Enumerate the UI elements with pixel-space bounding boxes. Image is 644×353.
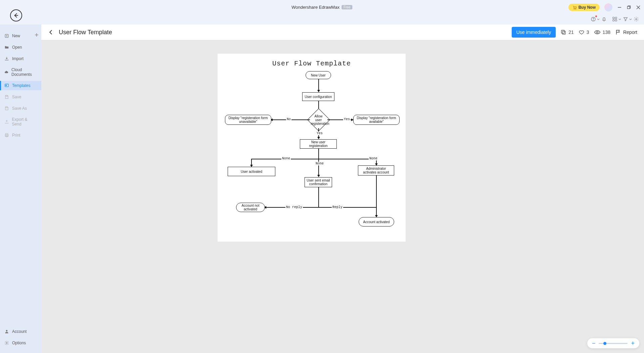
sidebar-item-saveas[interactable]: Save As: [0, 104, 41, 113]
sidebar-label: Export & Send: [12, 117, 37, 127]
label-none-r: None: [369, 157, 378, 160]
maximize-button[interactable]: [627, 5, 631, 10]
like-count-value: 3: [587, 30, 589, 35]
zoom-slider[interactable]: [599, 343, 628, 344]
cloud-icon: [4, 69, 9, 75]
notification-dot-icon: [595, 15, 597, 17]
label-reply: Reply: [332, 205, 343, 209]
svg-rect-8: [613, 17, 614, 19]
copy-count[interactable]: 21: [560, 29, 574, 35]
node-allow-reg[interactable]: Allow user registeration: [307, 108, 330, 131]
sidebar-item-export[interactable]: Export & Send: [0, 115, 41, 129]
svg-rect-24: [561, 30, 564, 33]
zoom-thumb[interactable]: [603, 342, 606, 345]
sidebar-item-new[interactable]: New: [0, 31, 41, 41]
sidebar-label: Import: [12, 56, 24, 61]
new-icon: [4, 33, 9, 39]
node-display-avail[interactable]: Display "registeration form available": [353, 115, 400, 125]
label-yes: Yes: [343, 117, 351, 121]
help-icon[interactable]: [590, 16, 596, 22]
sidebar-label: Open: [12, 45, 22, 50]
filter-icon[interactable]: [623, 16, 629, 22]
svg-rect-15: [6, 85, 7, 86]
sidebar-label: New: [12, 34, 20, 38]
buy-now-label: Buy Now: [579, 5, 596, 10]
free-badge: Free: [341, 5, 353, 9]
sidebar-item-print[interactable]: Print: [0, 131, 41, 140]
node-display-unavail[interactable]: Display "registeration form unavailable": [225, 115, 271, 125]
sidebar-item-options[interactable]: Options: [0, 338, 41, 348]
app-title: Wondershare EdrawMax: [291, 5, 339, 10]
node-user-activated[interactable]: User activated: [228, 167, 275, 176]
sidebar-label: Cloud Documents: [11, 67, 37, 77]
zoom-control: − +: [587, 338, 639, 348]
sidebar: New Open Import Cloud Documents T: [0, 24, 41, 353]
copy-count-value: 21: [568, 30, 574, 35]
shortcuts-icon[interactable]: [612, 16, 618, 22]
svg-rect-10: [613, 19, 614, 21]
svg-point-22: [6, 342, 7, 344]
sidebar-label: Print: [12, 133, 20, 138]
use-immediately-button[interactable]: Use immediately: [512, 27, 556, 38]
svg-rect-9: [615, 17, 617, 19]
report-button[interactable]: Report: [615, 29, 637, 35]
node-not-activated[interactable]: Account not activated: [236, 203, 265, 212]
import-icon: [4, 56, 9, 61]
templates-icon: [4, 83, 9, 88]
svg-rect-3: [628, 6, 630, 9]
gear-icon: [4, 340, 9, 346]
sidebar-label: Save: [12, 95, 21, 99]
svg-point-7: [593, 20, 593, 20]
label-noreply: No reply: [285, 205, 303, 209]
report-label: Report: [623, 30, 637, 35]
sidebar-item-cloud[interactable]: Cloud Documents: [0, 65, 41, 79]
saveas-icon: [4, 106, 9, 111]
minimize-button[interactable]: [617, 5, 622, 10]
view-count-value: 138: [603, 30, 610, 35]
view-count: 138: [594, 29, 610, 36]
canvas[interactable]: User Flow Template New User User configu…: [41, 40, 644, 353]
diagram[interactable]: User Flow Template New User User configu…: [218, 54, 406, 242]
buy-now-button[interactable]: Buy Now: [568, 4, 600, 11]
sidebar-label: Options: [12, 341, 26, 345]
sidebar-item-import[interactable]: Import: [0, 54, 41, 63]
sidebar-item-save[interactable]: Save: [0, 92, 41, 102]
like-count[interactable]: 3: [579, 29, 589, 35]
bell-icon[interactable]: [601, 16, 607, 22]
label-yes2: Yes: [316, 132, 323, 135]
sidebar-label: Templates: [12, 83, 31, 88]
back-button[interactable]: [10, 9, 22, 21]
sidebar-label: Account: [12, 329, 27, 334]
svg-rect-23: [562, 31, 565, 34]
node-admin-activates[interactable]: Administrator activates account: [358, 165, 394, 175]
folder-icon: [4, 45, 9, 50]
svg-rect-17: [6, 107, 8, 108]
use-label: Use immediately: [516, 30, 551, 35]
add-icon[interactable]: [35, 33, 39, 37]
sidebar-item-templates[interactable]: Templates: [0, 81, 41, 90]
node-email-conf[interactable]: User sent email confirmation: [305, 177, 332, 187]
svg-point-25: [596, 32, 598, 33]
svg-rect-11: [615, 19, 617, 21]
header-back-button[interactable]: [48, 29, 54, 35]
avatar[interactable]: [604, 3, 612, 11]
label-none-c: None: [315, 162, 324, 165]
node-new-reg[interactable]: New user registeration: [300, 139, 337, 149]
zoom-in-button[interactable]: +: [631, 340, 635, 346]
sidebar-item-account[interactable]: Account: [0, 327, 41, 336]
svg-point-21: [6, 330, 8, 332]
svg-point-1: [576, 9, 576, 9]
print-icon: [4, 133, 9, 138]
page-title: User Flow Template: [59, 29, 112, 36]
sidebar-item-open[interactable]: Open: [0, 43, 41, 52]
node-activated[interactable]: Account activated: [359, 217, 394, 226]
node-user-config[interactable]: User configuration: [302, 92, 334, 101]
label-none-l: None: [281, 157, 291, 160]
save-icon: [4, 94, 9, 100]
settings-icon[interactable]: [633, 16, 639, 22]
node-new-user[interactable]: New User: [306, 71, 331, 79]
zoom-out-button[interactable]: −: [592, 340, 596, 346]
close-button[interactable]: [636, 5, 641, 10]
sidebar-label: Save As: [12, 106, 27, 111]
svg-point-12: [636, 18, 637, 20]
